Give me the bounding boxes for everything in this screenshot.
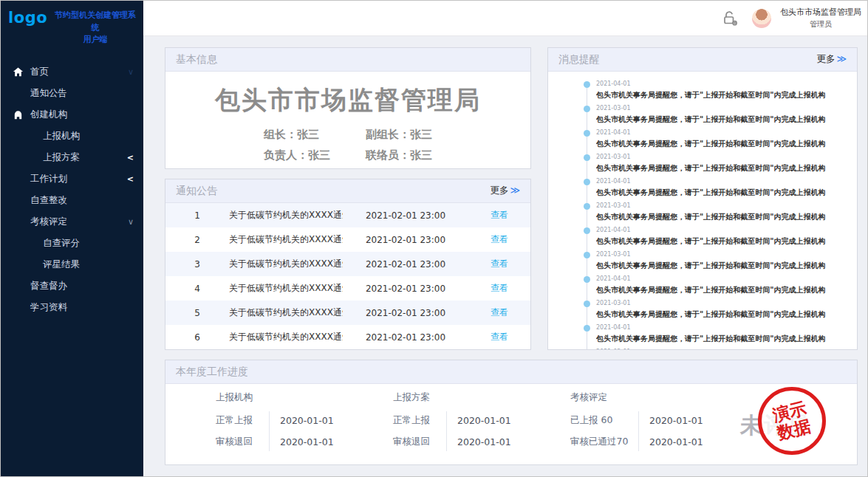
sidebar-item-assessment[interactable]: 考核评定 ∨ (1, 211, 143, 233)
double-arrow-icon: ≫ (510, 185, 520, 196)
message-date: 2021-03-01 (596, 202, 845, 210)
sidebar-item-self-score[interactable]: 自查评分 (1, 233, 143, 254)
building-icon (13, 109, 24, 120)
progress-value: 2020-01-01 (280, 410, 334, 431)
content-area: 包头市市场监督管理局 管理员 基本信息 包头市市场监督管理局 组长：张三 (143, 1, 867, 476)
message-text: 包头市机关事务局提醒您，请于"上报开始和截至时间"内完成上报机构 (596, 139, 845, 149)
message-date: 2021-04-01 (596, 227, 845, 234)
info-label: 副组长： (366, 128, 410, 141)
timeline-dot-icon (584, 106, 590, 112)
view-link[interactable]: 查看 (468, 209, 530, 222)
messages-panel: 消息提醒 更多≫ 2021-04-01 包头市机关事务局提醒您，请于"上报开始和… (547, 47, 858, 350)
message-text: 包头市机关事务局提醒您，请于"上报开始和截至时间"内完成上报机构 (596, 309, 845, 320)
system-title-line1: 节约型机关创建管理系统 (52, 10, 139, 34)
panel-title: 消息提醒 (558, 53, 600, 66)
message-item: 2021-04-01 包头市机关事务局提醒您，请于"上报开始和截至时间"内完成上… (584, 227, 845, 247)
sidebar-item-label: 督查督办 (30, 280, 67, 292)
double-arrow-icon: ≫ (836, 53, 847, 64)
progress-col-header: 上报方案 (393, 391, 570, 404)
message-date: 2021-04-01 (596, 129, 845, 137)
message-text: 包头市机关事务局提醒您，请于"上报开始和截至时间"内完成上报机构 (596, 188, 845, 198)
view-link[interactable]: 查看 (468, 282, 530, 295)
sidebar-item-label: 学习资料 (30, 301, 67, 314)
sidebar-item-star-result[interactable]: 评星结果 (1, 254, 143, 275)
sidebar-item-self-check[interactable]: 自查整改 (1, 190, 143, 211)
messages-more-link[interactable]: 更多≫ (816, 53, 847, 66)
divider (269, 411, 270, 451)
progress-label: 正常上报 (216, 410, 269, 431)
notices-more-link[interactable]: 更多≫ (490, 185, 520, 197)
timeline-dot-icon (584, 227, 590, 234)
sidebar-item-label: 自查评分 (43, 237, 80, 250)
table-row: 1 关于低碳节约机关的XXXX通知 2021-02-01 23:00 查看 (165, 203, 530, 227)
sidebar-item-report-org[interactable]: 上报机构 (1, 126, 143, 147)
timeline-dot-icon (584, 154, 590, 161)
message-text: 包头市机关事务局提醒您，请于"上报开始和截至时间"内完成上报机构 (596, 114, 845, 125)
notices-panel: 通知公告 更多≫ 1 关于低碳节约机关的XXXX通知 2021-02-01 23… (165, 179, 531, 350)
sidebar-item-create-org[interactable]: 创建机构 (1, 104, 143, 126)
sidebar-item-work-plan[interactable]: 工作计划 < (1, 168, 143, 190)
system-title-line2: 用户端 (83, 34, 108, 47)
view-link[interactable]: 查看 (468, 258, 530, 270)
info-label: 联络员： (366, 148, 410, 162)
progress-col-assessment: 考核评定 已上报 60 审核已通过70 2020-01-01 2020-01-0… (570, 391, 748, 464)
sidebar-item-label: 上报方案 (43, 151, 80, 164)
sidebar-item-label: 通知公告 (30, 87, 67, 100)
chevron-icon: ∨ (128, 67, 134, 77)
user-org-name: 包头市市场监督管理局 (780, 7, 861, 19)
message-text: 包头市机关事务局提醒您，请于"上报开始和截至时间"内完成上报机构 (596, 163, 845, 174)
message-date: 2021-03-01 (596, 154, 845, 161)
notice-number: 2 (165, 235, 229, 245)
message-item: 2021-04-01 包头市机关事务局提醒您，请于"上报开始和截至时间"内完成上… (584, 80, 845, 100)
timeline-dot-icon (584, 203, 590, 210)
notice-time: 2021-02-01 23:00 (343, 259, 468, 270)
message-date: 2021-04-01 (596, 80, 845, 88)
divider (446, 411, 447, 451)
info-value: 张三 (410, 128, 432, 141)
sidebar-item-label: 上报机构 (43, 130, 80, 143)
message-date: 2021-04-01 (596, 324, 845, 332)
chevron-icon: < (127, 174, 134, 184)
timeline-dot-icon (584, 301, 590, 307)
message-date: 2021-04-01 (596, 178, 845, 185)
basic-info-header: 基本信息 (165, 48, 530, 72)
user-info: 包头市市场监督管理局 管理员 (780, 7, 861, 30)
view-link[interactable]: 查看 (468, 233, 530, 246)
password-settings-icon[interactable] (721, 10, 739, 27)
message-item: 2021-04-01 包头市机关事务局提醒您，请于"上报开始和截至时间"内完成上… (584, 129, 845, 149)
panel-title: 基本信息 (176, 53, 217, 66)
message-item: 2021-03-01 包头市机关事务局提醒您，请于"上报开始和截至时间"内完成上… (584, 105, 845, 125)
notice-number: 5 (165, 308, 229, 318)
progress-col-report-org: 上报机构 正常上报 审核退回 2020-01-01 2020-01-01 (216, 391, 393, 464)
progress-value: 2020-01-01 (457, 431, 511, 453)
org-title: 包头市市场监督管理局 (165, 83, 530, 117)
brand: logo 节约型机关创建管理系统 用户端 (1, 1, 143, 54)
demo-data-stamp: 演示 数据 (758, 387, 826, 455)
notice-time: 2021-02-01 23:00 (343, 235, 468, 245)
progress-label: 正常上报 (393, 410, 446, 431)
message-item: 2021-04-01 包头市机关事务局提醒您，请于"上报开始和截至时间"内完成上… (584, 178, 845, 198)
sidebar-item-supervision[interactable]: 督查督办 (1, 275, 143, 297)
sidebar-item-label: 工作计划 (30, 173, 67, 185)
sidebar-item-label: 首页 (30, 66, 49, 78)
timeline-dot-icon (584, 276, 590, 283)
sidebar-item-study-material[interactable]: 学习资料 (1, 297, 143, 318)
view-link[interactable]: 查看 (468, 306, 530, 319)
notice-title: 关于低碳节约机关的XXXX通知 (229, 282, 343, 295)
home-icon (13, 66, 24, 78)
notice-title: 关于低碳节约机关的XXXX通知 (229, 306, 343, 319)
sidebar-item-home[interactable]: 首页 ∨ (1, 61, 143, 83)
basic-info-panel: 基本信息 包头市市场监督管理局 组长：张三 副组长：张三 负责人：张三 联络员：… (165, 47, 531, 169)
sidebar-item-label: 创建机构 (30, 109, 67, 121)
notice-number: 1 (165, 210, 229, 221)
timeline-dot-icon (584, 81, 590, 88)
message-item: 2021-04-01 包头市机关事务局提醒您，请于"上报开始和截至时间"内完成上… (584, 275, 845, 295)
avatar[interactable] (752, 9, 771, 28)
sidebar-item-report-plan[interactable]: 上报方案 < (1, 147, 143, 168)
progress-value: 2020-01-01 (649, 410, 703, 431)
messages-header: 消息提醒 更多≫ (548, 48, 857, 72)
system-title: 节约型机关创建管理系统 用户端 (52, 10, 139, 47)
sidebar-item-label: 考核评定 (30, 216, 67, 228)
view-link[interactable]: 查看 (468, 331, 530, 343)
sidebar-item-notices[interactable]: 通知公告 (1, 83, 143, 104)
